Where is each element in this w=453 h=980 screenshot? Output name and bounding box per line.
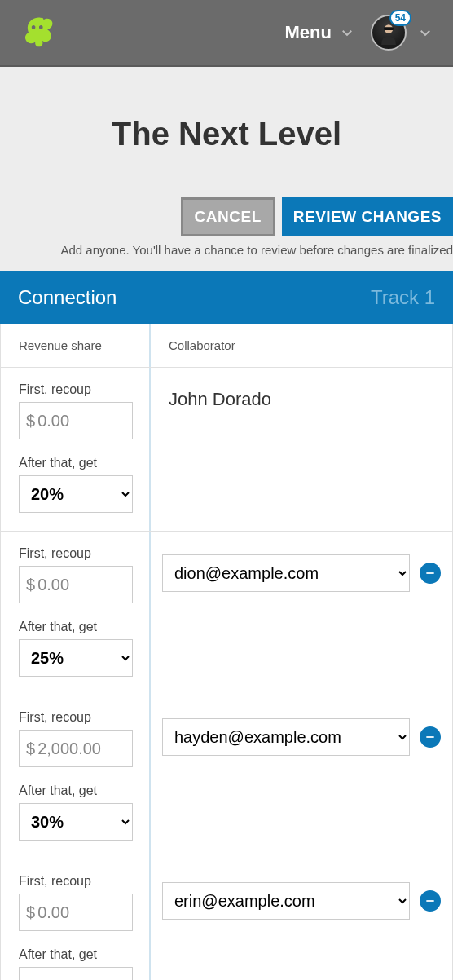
title-area: The Next Level xyxy=(0,67,453,197)
menu-label: Menu xyxy=(285,22,332,43)
after-label: After that, get xyxy=(19,456,131,470)
logo-icon xyxy=(20,12,58,50)
dollar-icon: $ xyxy=(26,576,35,594)
help-text: Add anyone. You'll have a chance to revi… xyxy=(55,236,453,271)
section-title: Connection xyxy=(18,286,117,309)
collaborator-cell: John Dorado xyxy=(151,368,452,531)
revenue-cell: First, recoup $ After that, get 25% xyxy=(1,532,151,695)
recoup-input-wrap: $ xyxy=(19,730,133,767)
col-collaborator-header: Collaborator xyxy=(151,324,452,367)
recoup-label: First, recoup xyxy=(19,546,131,561)
app-header: Menu 54 xyxy=(0,0,453,67)
recoup-label: First, recoup xyxy=(19,710,131,725)
svg-rect-1 xyxy=(384,27,394,30)
minus-icon xyxy=(424,567,436,579)
chevron-down-icon xyxy=(340,25,354,40)
menu-button[interactable]: Menu xyxy=(285,22,354,43)
track-label: Track 1 xyxy=(371,286,435,309)
after-label: After that, get xyxy=(19,620,131,634)
recoup-label: First, recoup xyxy=(19,874,131,889)
action-row: CANCEL REVIEW CHANGES xyxy=(0,197,453,236)
dollar-icon: $ xyxy=(26,739,35,758)
collaborator-select[interactable]: hayden@example.com xyxy=(162,718,410,756)
revenue-cell: First, recoup $ After that, get 30% xyxy=(1,695,151,859)
recoup-input-wrap: $ xyxy=(19,566,133,603)
collaborator-select[interactable]: dion@example.com xyxy=(162,554,410,592)
table-row: First, recoup $ After that, get 25% erin… xyxy=(1,859,452,980)
dollar-icon: $ xyxy=(26,412,35,430)
svg-rect-3 xyxy=(426,736,433,738)
percent-select[interactable]: 25% xyxy=(19,639,133,677)
collaborator-cell: erin@example.com xyxy=(151,859,452,980)
remove-collaborator-button[interactable] xyxy=(420,726,441,748)
collaborator-table: Revenue share Collaborator First, recoup… xyxy=(0,324,453,980)
review-changes-button[interactable]: REVIEW CHANGES xyxy=(282,197,453,236)
col-revenue-header: Revenue share xyxy=(1,324,151,367)
header-right: Menu 54 xyxy=(285,15,433,51)
avatar: 54 xyxy=(371,15,407,51)
minus-icon xyxy=(424,895,436,907)
collaborator-cell: hayden@example.com xyxy=(151,695,452,859)
table-row: First, recoup $ After that, get 25% dion… xyxy=(1,532,452,695)
recoup-input-wrap: $ xyxy=(19,402,133,439)
recoup-input[interactable] xyxy=(37,412,125,430)
percent-select[interactable]: 25% xyxy=(19,967,133,980)
remove-collaborator-button[interactable] xyxy=(420,563,441,584)
table-head: Revenue share Collaborator xyxy=(1,324,452,368)
page-title: The Next Level xyxy=(0,116,453,152)
revenue-cell: First, recoup $ After that, get 20% xyxy=(1,368,151,531)
collaborator-name: John Dorado xyxy=(162,386,271,410)
table-row: First, recoup $ After that, get 30% hayd… xyxy=(1,695,452,859)
recoup-label: First, recoup xyxy=(19,382,131,397)
after-label: After that, get xyxy=(19,784,131,798)
section-header: Connection Track 1 xyxy=(0,271,453,324)
percent-select[interactable]: 30% xyxy=(19,803,133,841)
chevron-down-icon xyxy=(418,25,433,40)
remove-collaborator-button[interactable] xyxy=(420,890,441,912)
recoup-input[interactable] xyxy=(37,576,125,594)
minus-icon xyxy=(424,731,436,743)
svg-rect-4 xyxy=(426,900,433,902)
notification-badge: 54 xyxy=(389,10,411,26)
percent-select[interactable]: 20% xyxy=(19,475,133,513)
after-label: After that, get xyxy=(19,947,131,962)
recoup-input-wrap: $ xyxy=(19,894,133,931)
collaborator-cell: dion@example.com xyxy=(151,532,452,695)
revenue-cell: First, recoup $ After that, get 25% xyxy=(1,859,151,980)
svg-rect-2 xyxy=(426,572,433,574)
dollar-icon: $ xyxy=(26,903,35,922)
cancel-button[interactable]: CANCEL xyxy=(181,197,275,236)
collaborator-select[interactable]: erin@example.com xyxy=(162,882,410,920)
recoup-input[interactable] xyxy=(37,903,125,922)
table-row: First, recoup $ After that, get 20% John… xyxy=(1,368,452,532)
user-menu[interactable]: 54 xyxy=(371,15,433,51)
logo[interactable] xyxy=(20,12,58,53)
recoup-input[interactable] xyxy=(37,739,125,758)
